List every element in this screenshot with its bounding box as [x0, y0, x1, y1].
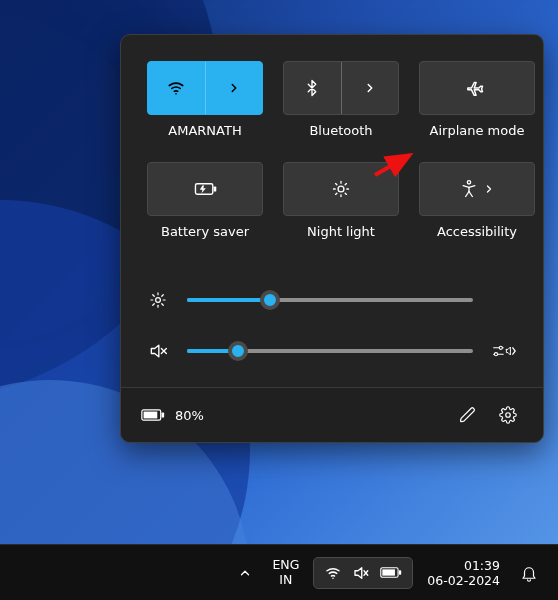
night-light-label: Night light: [307, 224, 375, 239]
svg-point-0: [175, 93, 177, 95]
svg-line-21: [162, 295, 164, 297]
chevron-right-icon: [227, 81, 241, 95]
bluetooth-tile[interactable]: [283, 61, 399, 115]
battery-saver-tile[interactable]: [147, 162, 263, 216]
svg-rect-29: [162, 412, 165, 417]
bluetooth-icon: [303, 79, 321, 97]
svg-rect-30: [144, 412, 158, 419]
bluetooth-toggle[interactable]: [284, 62, 342, 114]
time-text: 01:39: [464, 558, 500, 573]
svg-line-8: [336, 184, 337, 185]
airplane-mode-tile[interactable]: [419, 61, 535, 115]
bluetooth-expand[interactable]: [342, 62, 399, 114]
battery-icon: [380, 566, 402, 579]
pencil-icon: [459, 406, 477, 424]
volume-muted-icon: [352, 564, 370, 582]
svg-line-9: [345, 193, 346, 194]
svg-line-18: [153, 295, 155, 297]
bell-icon: [520, 564, 538, 582]
chevron-up-icon: [238, 566, 252, 580]
accessibility-tile[interactable]: [419, 162, 535, 216]
panel-footer: 80%: [121, 387, 543, 442]
tray-overflow-button[interactable]: [232, 562, 258, 584]
svg-line-19: [162, 304, 164, 306]
edit-quick-settings-button[interactable]: [453, 400, 483, 430]
accessibility-icon: [459, 179, 479, 199]
battery-saver-icon: [192, 180, 218, 198]
svg-point-33: [333, 577, 335, 579]
svg-point-13: [156, 298, 161, 303]
svg-point-3: [338, 186, 344, 192]
wifi-label: AMARNATH: [168, 123, 241, 138]
svg-point-12: [467, 181, 470, 184]
brightness-icon: [149, 291, 167, 309]
sliders-section: [121, 259, 543, 387]
volume-muted-icon[interactable]: [148, 341, 168, 361]
brightness-thumb[interactable]: [260, 290, 280, 310]
svg-line-10: [336, 193, 337, 194]
accessibility-label: Accessibility: [437, 224, 517, 239]
quick-settings-grid: AMARNATH Bluetooth: [121, 35, 543, 259]
airplane-icon: [466, 77, 488, 99]
wifi-toggle[interactable]: [148, 62, 206, 114]
date-text: 06-02-2024: [427, 573, 500, 588]
wifi-icon: [324, 564, 342, 582]
svg-line-20: [153, 304, 155, 306]
svg-rect-38: [383, 569, 396, 575]
bluetooth-label: Bluetooth: [309, 123, 372, 138]
svg-point-25: [499, 346, 502, 349]
volume-thumb[interactable]: [228, 341, 248, 361]
battery-icon[interactable]: [141, 408, 165, 422]
brightness-row: [147, 275, 517, 325]
system-tray-button[interactable]: [313, 557, 413, 589]
svg-point-31: [506, 413, 511, 418]
svg-point-27: [494, 353, 497, 356]
notifications-button[interactable]: [514, 560, 544, 586]
night-light-icon: [331, 179, 351, 199]
taskbar: ENG IN 01:39 06-02-2024: [0, 544, 558, 600]
settings-button[interactable]: [493, 400, 523, 430]
night-light-tile[interactable]: [283, 162, 399, 216]
battery-percent-text: 80%: [175, 408, 204, 423]
wifi-icon: [166, 78, 186, 98]
svg-line-11: [345, 184, 346, 185]
lang-bottom: IN: [279, 573, 292, 587]
lang-top: ENG: [272, 558, 299, 572]
battery-saver-label: Battery saver: [161, 224, 249, 239]
brightness-fill: [187, 298, 270, 302]
chevron-right-icon: [363, 81, 377, 95]
gear-icon: [499, 406, 517, 424]
wifi-tile[interactable]: [147, 61, 263, 115]
wifi-expand[interactable]: [206, 62, 263, 114]
quick-settings-panel: AMARNATH Bluetooth: [120, 34, 544, 443]
language-button[interactable]: ENG IN: [266, 556, 305, 589]
clock-button[interactable]: 01:39 06-02-2024: [421, 556, 506, 590]
chevron-right-icon: [483, 183, 495, 195]
volume-row: [147, 325, 517, 377]
sound-output-button[interactable]: [491, 342, 517, 360]
svg-rect-2: [214, 186, 217, 191]
volume-slider[interactable]: [187, 343, 473, 359]
svg-rect-37: [399, 570, 401, 575]
airplane-label: Airplane mode: [430, 123, 525, 138]
brightness-slider[interactable]: [187, 292, 473, 308]
